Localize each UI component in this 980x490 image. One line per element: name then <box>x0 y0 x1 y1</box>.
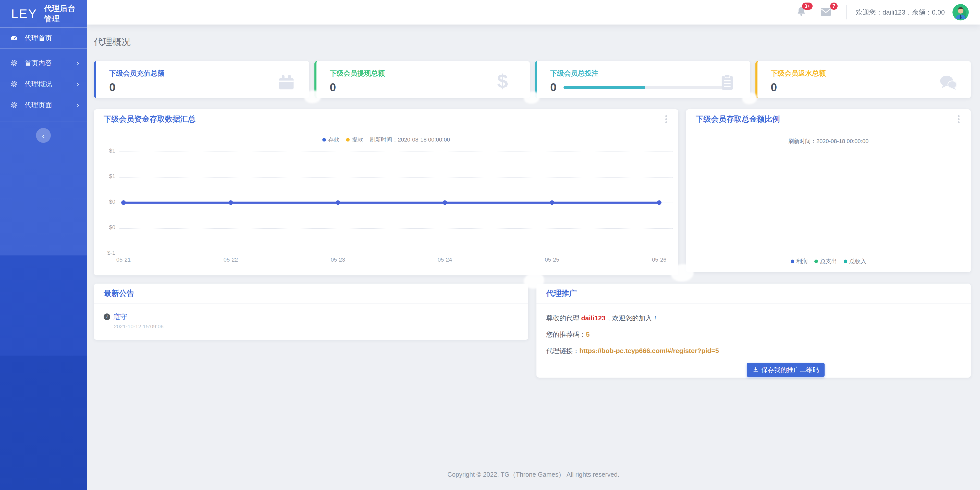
welcome-text: 欢迎您：daili123，余额：0.00 <box>856 8 945 17</box>
promotion-card: 代理推广 尊敬的代理 daili123，欢迎您的加入！ 您的推荐码：5 代理链接… <box>536 284 971 378</box>
chevron-right-icon: › <box>76 80 79 88</box>
stat-card-title: 下级会员充值总额 <box>109 69 294 78</box>
gauge-icon <box>10 34 18 42</box>
bet-progress-fill <box>563 86 645 89</box>
data-point <box>550 200 554 205</box>
snow-decoration <box>671 264 694 281</box>
card-title: 最新公告 <box>103 288 134 298</box>
logo-mark: LEY <box>11 6 38 21</box>
promo-link-line: 代理链接：https://bob-pc.tcyp666.com/#/regist… <box>546 346 961 355</box>
x-tick: 05-23 <box>320 257 356 263</box>
main-content: 代理概况 下级会员充值总额 0 下级会员提现总额 0 $ 下级会员总投注 0 <box>87 24 980 490</box>
stat-card-rebate-total: 下级会员返水总额 0 <box>756 61 971 98</box>
snow-decoration <box>524 273 544 289</box>
data-point <box>442 200 447 205</box>
stat-card-value: 0 <box>330 81 514 94</box>
stat-card-withdraw-total: 下级会员提现总额 0 $ <box>314 61 530 98</box>
top-header: 3+ 7 欢迎您：daili123，余额：0.00 <box>87 0 980 24</box>
data-point <box>336 200 340 205</box>
deposit-series-line <box>124 201 659 204</box>
avatar[interactable] <box>953 4 969 21</box>
gear-icon <box>10 80 18 88</box>
gear-icon <box>10 59 18 67</box>
notifications-button[interactable]: 3+ <box>796 6 807 18</box>
messages-button[interactable]: 7 <box>820 6 832 18</box>
stat-card-deposit-total: 下级会员充值总额 0 <box>94 61 309 98</box>
data-point <box>228 200 233 205</box>
sidebar: LEY 代理后台管理 代理首页 首页内容 › 代理概况 › <box>0 0 87 490</box>
announcement-link[interactable]: 遵守 <box>113 312 127 321</box>
legend-item-income: 总收入 <box>844 257 866 265</box>
promo-greeting: 尊敬的代理 daili123，欢迎您的加入！ <box>546 314 961 322</box>
card-title: 代理推广 <box>546 288 577 298</box>
legend-item-expense: 总支出 <box>815 257 837 265</box>
save-qr-button[interactable]: 保存我的推广二维码 <box>747 363 824 377</box>
sidebar-collapse-button[interactable]: ‹ <box>36 128 51 143</box>
card-title: 下级会员存取总金额比例 <box>696 114 780 124</box>
dollar-icon: $ <box>497 73 517 92</box>
promo-code-line: 您的推荐码：5 <box>546 330 961 339</box>
legend-item-withdraw: 提款 <box>346 136 363 144</box>
sidebar-item-label: 首页内容 <box>24 59 52 68</box>
card-menu-button[interactable] <box>956 114 961 124</box>
stat-card-bet-total: 下级会员总投注 0 <box>535 61 750 98</box>
sidebar-item-agent-page[interactable]: 代理页面 › <box>0 94 87 115</box>
chevron-right-icon: › <box>76 101 79 109</box>
info-icon: i <box>103 313 110 320</box>
funds-line-chart-card: 下级会员资金存取数据汇总 存款 提款 刷新时间：2020-08-18 00:00… <box>94 109 678 275</box>
x-tick: 05-22 <box>213 257 248 263</box>
bottom-row: 最新公告 i 遵守 2021-10-12 15:09:06 代理推广 尊敬的代理… <box>94 284 971 378</box>
legend-item-deposit: 存款 <box>322 136 339 144</box>
x-tick: 05-25 <box>534 257 570 263</box>
announcement-item: i 遵守 <box>103 312 519 321</box>
chevron-left-icon: ‹ <box>42 131 45 140</box>
chart-row: 下级会员资金存取数据汇总 存款 提款 刷新时间：2020-08-18 00:00… <box>94 109 971 275</box>
referral-code: 5 <box>586 330 590 338</box>
sidebar-item-home-content[interactable]: 首页内容 › <box>0 53 87 73</box>
sidebar-item-home[interactable]: 代理首页 <box>0 27 87 48</box>
agent-link[interactable]: https://bob-pc.tcyp666.com/#/register?pi… <box>579 347 719 354</box>
chevron-right-icon: › <box>76 59 79 67</box>
sidebar-item-label: 代理概况 <box>24 80 52 89</box>
stat-card-title: 下级会员返水总额 <box>771 69 956 78</box>
y-tick: $0 <box>94 224 115 231</box>
data-point <box>657 200 662 205</box>
snow-decoration <box>524 91 539 104</box>
y-tick: $0 <box>94 198 115 205</box>
logo: LEY 代理后台管理 <box>0 0 87 27</box>
sidebar-item-label: 代理首页 <box>24 34 52 43</box>
calendar-icon <box>277 73 296 92</box>
message-badge: 7 <box>830 3 838 10</box>
download-icon <box>752 367 759 373</box>
chat-icon <box>938 73 958 92</box>
agent-name: daili123 <box>581 314 605 322</box>
pie-chart: 刷新时间：2020-08-18 00:00:00 利润 总支出 总收入 <box>686 129 971 272</box>
snow-decoration <box>742 93 757 104</box>
legend-dot <box>346 138 350 142</box>
refresh-time: 刷新时间：2020-08-18 00:00:00 <box>370 136 450 144</box>
pie-legend: 利润 总支出 总收入 <box>686 257 971 265</box>
stat-card-value: 0 <box>771 81 956 94</box>
stat-card-value: 0 <box>550 81 556 94</box>
stat-card-title: 下级会员总投注 <box>550 69 735 78</box>
page-title: 代理概况 <box>94 36 971 48</box>
stat-card-title: 下级会员提现总额 <box>330 69 514 78</box>
sidebar-item-label: 代理页面 <box>24 101 52 110</box>
footer-copyright: Copyright © 2022. TG（Throne Games） All r… <box>87 470 980 479</box>
card-title: 下级会员资金存取数据汇总 <box>103 114 196 124</box>
announcement-time: 2021-10-12 15:09:06 <box>114 324 519 330</box>
x-tick: 05-21 <box>106 257 142 263</box>
y-tick: $1 <box>94 173 115 180</box>
card-menu-button[interactable] <box>664 114 669 124</box>
announcements-card: 最新公告 i 遵守 2021-10-12 15:09:06 <box>94 284 528 340</box>
clipboard-icon <box>718 73 737 92</box>
legend-item-profit: 利润 <box>791 257 808 265</box>
legend-dot <box>322 138 326 142</box>
sidebar-item-agent-overview[interactable]: 代理概况 › <box>0 73 87 94</box>
x-tick: 05-24 <box>427 257 463 263</box>
mail-icon <box>820 6 832 18</box>
funds-ratio-pie-card: 下级会员存取总金额比例 刷新时间：2020-08-18 00:00:00 利润 … <box>686 109 971 272</box>
header-divider <box>846 5 847 19</box>
x-tick: 05-26 <box>641 257 677 263</box>
bet-progress-bar <box>563 86 727 89</box>
